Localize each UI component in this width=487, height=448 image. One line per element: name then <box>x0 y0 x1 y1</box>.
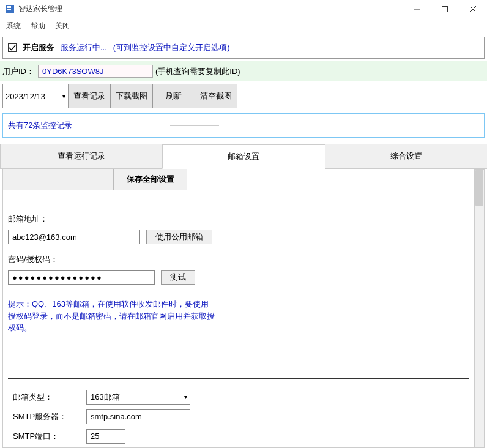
email-address-input[interactable] <box>8 230 140 244</box>
password-label: 密码/授权码： <box>8 254 469 265</box>
clear-screenshot-button[interactable]: 清空截图 <box>195 84 237 108</box>
save-bar-left <box>3 169 114 190</box>
menu-close[interactable]: 关闭 <box>51 20 73 32</box>
enable-service-label: 开启服务 <box>23 42 54 53</box>
svg-rect-6 <box>442 6 448 12</box>
save-bar: 保存全部设置 <box>3 169 474 190</box>
toolbar: 2023/12/13 ▾ 查看记录 下载截图 刷新 清空截图 <box>2 84 485 108</box>
maximize-button[interactable] <box>431 0 459 18</box>
mail-settings-panel: 保存全部设置 邮箱地址： 使用公用邮箱 密码/授权码： 测试 提示：QQ、163… <box>2 169 475 448</box>
save-bar-right <box>187 169 474 190</box>
tab-general-settings[interactable]: 综合设置 <box>325 144 487 168</box>
service-hint: (可到监控设置中自定义开启选项) <box>113 42 230 53</box>
svg-rect-1 <box>7 6 9 8</box>
tab-run-log[interactable]: 查看运行记录 <box>0 144 163 168</box>
email-address-label: 邮箱地址： <box>8 214 469 225</box>
auth-code-hint: 提示：QQ、163等邮箱，在使用软件收发邮件时，要使用授权码登录，而不是邮箱密码… <box>8 298 216 334</box>
use-public-mail-button[interactable]: 使用公用邮箱 <box>146 230 212 244</box>
app-icon <box>5 4 15 14</box>
userid-suffix: (手机查询需要复制此ID) <box>155 66 240 77</box>
smtp-port-label: SMTP端口： <box>13 431 86 442</box>
svg-rect-3 <box>7 9 9 10</box>
divider <box>170 125 219 126</box>
vertical-scrollbar[interactable] <box>475 169 485 448</box>
smtp-server-input[interactable] <box>86 409 190 424</box>
svg-rect-4 <box>9 9 11 10</box>
userid-value[interactable]: 0YD6K73SOW8J <box>38 65 153 78</box>
refresh-button[interactable]: 刷新 <box>152 84 195 108</box>
enable-service-checkbox[interactable] <box>8 43 17 52</box>
smtp-server-label: SMTP服务器： <box>13 411 86 422</box>
minimize-button[interactable] <box>403 0 431 18</box>
date-picker[interactable]: 2023/12/13 ▾ <box>2 84 69 108</box>
menubar: 系统 帮助 关闭 <box>0 18 487 33</box>
scrollbar-thumb[interactable] <box>475 170 483 206</box>
view-records-button[interactable]: 查看记录 <box>68 84 111 108</box>
records-count: 共有72条监控记录 <box>8 120 72 131</box>
section-divider <box>8 378 469 379</box>
test-button[interactable]: 测试 <box>161 270 195 285</box>
mail-type-label: 邮箱类型： <box>13 392 86 403</box>
tab-mail-settings[interactable]: 邮箱设置 <box>162 144 325 169</box>
mail-type-select[interactable]: 163邮箱 ▾ <box>86 390 190 405</box>
window-title: 智达家长管理 <box>18 4 62 14</box>
save-all-button[interactable]: 保存全部设置 <box>114 169 187 190</box>
download-screenshot-button[interactable]: 下载截图 <box>110 84 153 108</box>
menu-help[interactable]: 帮助 <box>27 20 49 32</box>
chevron-down-icon: ▾ <box>62 93 65 100</box>
service-row: 开启服务 服务运行中... (可到监控设置中自定义开启选项) <box>2 37 485 59</box>
password-input[interactable] <box>8 270 155 285</box>
smtp-port-input[interactable] <box>86 429 125 444</box>
userid-label: 用户ID： <box>2 66 34 77</box>
mail-type-value: 163邮箱 <box>91 392 120 403</box>
menu-system[interactable]: 系统 <box>2 20 24 32</box>
svg-rect-2 <box>9 6 11 8</box>
date-value: 2023/12/13 <box>6 92 45 101</box>
titlebar: 智达家长管理 <box>0 0 487 18</box>
tabs: 查看运行记录 邮箱设置 综合设置 <box>0 144 487 169</box>
userid-row: 用户ID： 0YD6K73SOW8J (手机查询需要复制此ID) <box>0 61 487 81</box>
service-status: 服务运行中... <box>61 42 107 53</box>
chevron-down-icon: ▾ <box>184 394 187 400</box>
tab-content: 保存全部设置 邮箱地址： 使用公用邮箱 密码/授权码： 测试 提示：QQ、163… <box>0 169 487 448</box>
records-info: 共有72条监控记录 <box>2 113 485 138</box>
close-button[interactable] <box>459 0 487 18</box>
